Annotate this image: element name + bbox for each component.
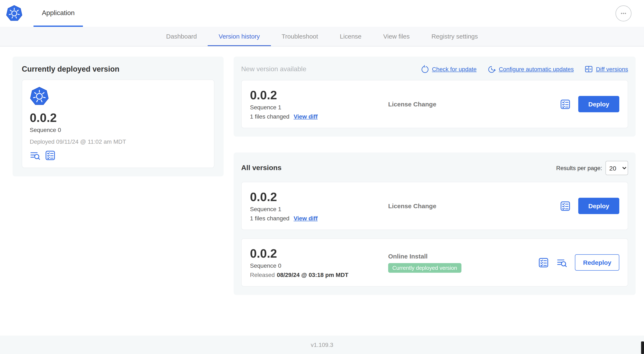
view-diff-link[interactable]: View diff (294, 215, 318, 222)
change-type-label: License Change (388, 101, 560, 108)
release-notes-checklist-icon[interactable] (538, 257, 549, 268)
release-notes-checklist-icon[interactable] (560, 99, 571, 110)
current-version-deployed-timestamp: Deployed 09/11/24 @ 11:02 am MDT (30, 138, 206, 145)
scrollbar-thumb[interactable] (641, 341, 644, 354)
version-row: 0.0.2 Sequence 1 1 files changed View di… (241, 182, 628, 230)
change-type-label: License Change (388, 202, 560, 209)
version-number: 0.0.2 (250, 247, 388, 261)
current-version-actions (30, 150, 206, 161)
tab-application[interactable]: Application (34, 0, 83, 27)
app-window: Application Dashboard Version history Tr… (0, 0, 644, 354)
top-bar: Application (0, 0, 644, 27)
version-row: 0.0.2 Sequence 0 Released08/29/24 @ 03:1… (241, 238, 628, 286)
release-notes-checklist-icon[interactable] (560, 200, 571, 211)
view-logs-icon[interactable] (30, 150, 40, 161)
main-content: Currently deployed version 0.0.2 Sequenc… (0, 47, 644, 335)
files-changed-text: 1 files changed (250, 215, 289, 222)
files-changed-text: 1 files changed (250, 113, 289, 120)
currently-deployed-title: Currently deployed version (22, 65, 214, 74)
diff-columns-icon (584, 65, 593, 73)
current-version-sequence: Sequence 0 (30, 127, 206, 133)
tab-version-history[interactable]: Version history (208, 27, 271, 46)
more-options-button[interactable] (616, 6, 632, 21)
topbar-spacer (83, 0, 616, 27)
version-info: 0.0.2 Sequence 0 Released08/29/24 @ 03:1… (250, 247, 388, 278)
configure-automatic-updates-label: Configure automatic updates (499, 66, 574, 73)
right-column: New version available Check for update C… (234, 57, 636, 295)
view-diff-link[interactable]: View diff (294, 113, 318, 120)
deploy-button[interactable]: Deploy (578, 96, 619, 112)
new-version-row: 0.0.2 Sequence 1 1 files changed View di… (241, 80, 628, 128)
ellipsis-icon (619, 9, 628, 18)
version-sequence: Sequence 1 (250, 206, 388, 212)
check-for-update-label: Check for update (432, 66, 476, 73)
results-per-page-select[interactable]: 20 (606, 161, 628, 175)
current-version-number: 0.0.2 (30, 111, 206, 125)
results-per-page: Results per page: 20 (556, 161, 628, 175)
version-number: 0.0.2 (250, 190, 388, 204)
change-type-label: Online Install (388, 252, 538, 259)
currently-deployed-card: Currently deployed version 0.0.2 Sequenc… (12, 57, 224, 176)
released-label: Released (250, 271, 275, 278)
new-version-card: New version available Check for update C… (234, 57, 636, 137)
kubernetes-logo (30, 87, 206, 108)
version-sequence: Sequence 1 (250, 104, 388, 111)
console-version-text: v1.109.3 (311, 341, 333, 348)
clock-refresh-icon (488, 65, 496, 73)
refresh-icon (420, 65, 429, 73)
released-timestamp: Released08/29/24 @ 03:18 pm MDT (250, 271, 388, 278)
version-info: 0.0.2 Sequence 1 1 files changed View di… (250, 88, 388, 120)
configure-automatic-updates-link[interactable]: Configure automatic updates (488, 65, 574, 73)
footer: v1.109.3 (0, 335, 644, 354)
tab-license[interactable]: License (329, 27, 372, 46)
released-date: 08/29/24 @ 03:18 pm MDT (277, 271, 348, 278)
version-info: 0.0.2 Sequence 1 1 files changed View di… (250, 190, 388, 222)
app-nav: Dashboard Version history Troubleshoot L… (0, 27, 644, 47)
current-version-panel: 0.0.2 Sequence 0 Deployed 09/11/24 @ 11:… (22, 80, 214, 168)
diff-versions-link[interactable]: Diff versions (584, 65, 628, 73)
new-version-actions: Check for update Configure automatic upd… (420, 65, 628, 73)
tab-view-files[interactable]: View files (372, 27, 420, 46)
new-version-header: New version available Check for update C… (241, 65, 628, 73)
tab-registry-settings[interactable]: Registry settings (420, 27, 489, 46)
version-sequence: Sequence 0 (250, 262, 388, 269)
release-notes-checklist-icon[interactable] (45, 150, 56, 161)
version-number: 0.0.2 (250, 88, 388, 102)
redeploy-button[interactable]: Redeploy (575, 254, 619, 271)
deploy-button[interactable]: Deploy (578, 198, 619, 214)
all-versions-header: All versions Results per page: 20 (241, 161, 628, 175)
currently-deployed-badge: Currently deployed version (388, 263, 461, 272)
check-for-update-link[interactable]: Check for update (420, 65, 476, 73)
tab-troubleshoot[interactable]: Troubleshoot (271, 27, 329, 46)
kubernetes-logo (6, 0, 22, 27)
spacer (234, 137, 636, 153)
diff-versions-label: Diff versions (596, 66, 628, 73)
results-per-page-label: Results per page: (556, 165, 602, 171)
new-version-title: New version available (241, 65, 420, 73)
all-versions-card: All versions Results per page: 20 0.0.2 … (234, 153, 636, 295)
view-logs-icon[interactable] (557, 257, 568, 268)
tab-dashboard[interactable]: Dashboard (155, 27, 208, 46)
all-versions-title: All versions (241, 164, 556, 172)
